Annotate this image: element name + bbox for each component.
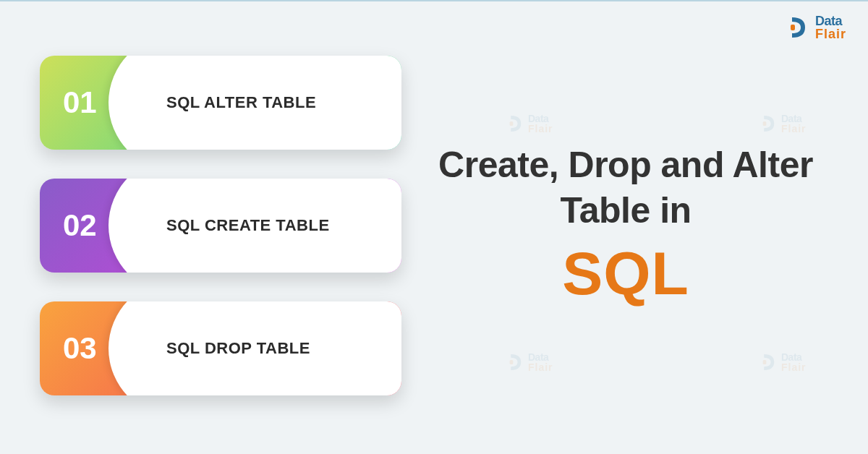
watermark: DataFlair bbox=[506, 113, 553, 134]
card-drop-table: 03 SQL DROP TABLE bbox=[40, 301, 401, 395]
brand-logo: Data Flair bbox=[786, 14, 846, 40]
watermark: DataFlair bbox=[760, 352, 807, 372]
title-highlight: SQL bbox=[430, 239, 821, 309]
card-number: 03 bbox=[63, 331, 97, 366]
card-list: 01 SQL ALTER TABLE 02 SQL CREATE TABLE 0… bbox=[40, 56, 401, 395]
svg-rect-4 bbox=[763, 360, 767, 364]
card-alter-table: 01 SQL ALTER TABLE bbox=[40, 56, 401, 150]
title-main: Create, Drop and Alter Table in bbox=[430, 142, 821, 233]
watermark: DataFlair bbox=[760, 113, 807, 134]
svg-rect-1 bbox=[510, 121, 514, 126]
logo-text: Data Flair bbox=[815, 14, 846, 40]
card-label: SQL ALTER TABLE bbox=[166, 93, 316, 112]
logo-bottom: Flair bbox=[815, 27, 846, 40]
logo-top: Data bbox=[815, 14, 846, 27]
card-number: 02 bbox=[63, 208, 97, 243]
logo-icon bbox=[786, 14, 812, 40]
svg-rect-0 bbox=[791, 25, 795, 30]
watermark: DataFlair bbox=[506, 352, 553, 372]
card-label: SQL CREATE TABLE bbox=[166, 216, 330, 235]
card-label: SQL DROP TABLE bbox=[166, 339, 310, 358]
card-create-table: 02 SQL CREATE TABLE bbox=[40, 179, 401, 273]
page-title: Create, Drop and Alter Table in SQL bbox=[430, 142, 821, 309]
svg-rect-2 bbox=[763, 121, 767, 126]
svg-rect-3 bbox=[510, 360, 514, 364]
card-number: 01 bbox=[63, 85, 97, 120]
